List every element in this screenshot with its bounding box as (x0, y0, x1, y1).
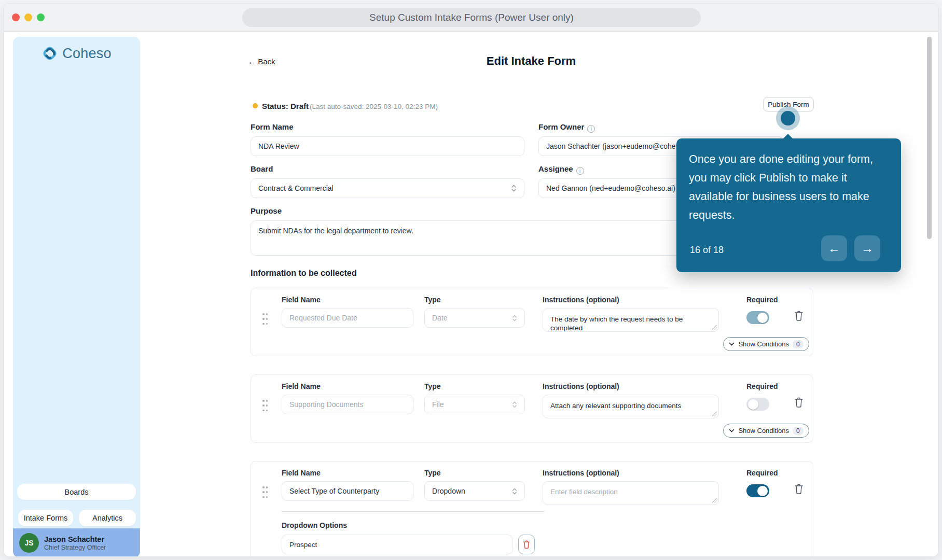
field-instructions-textarea[interactable]: The date by which the request needs to b… (543, 308, 719, 332)
divider (282, 511, 544, 512)
field-type-select[interactable]: Date (424, 308, 525, 328)
purpose-label: Purpose (251, 206, 282, 215)
show-conditions-button[interactable]: Show Conditions 0 (723, 424, 809, 438)
app-window: Setup Custom Intake Forms (Power User on… (3, 3, 939, 557)
tooltip-step-counter: 16 of 18 (690, 245, 724, 256)
field-instructions-textarea[interactable]: Attach any relevant supporting documents (543, 395, 719, 418)
trash-icon (522, 540, 531, 549)
required-column-label: Required (746, 469, 778, 477)
resize-handle-icon[interactable] (712, 498, 717, 503)
conditions-count-badge: 0 (793, 427, 804, 435)
minimize-window-button[interactable] (24, 13, 32, 21)
page-title: Edit Intake Form (427, 54, 635, 68)
instructions-column-label: Instructions (optional) (543, 382, 619, 390)
chevron-updown-icon (512, 401, 517, 409)
vertical-scrollbar[interactable] (927, 37, 932, 239)
instructions-column-label: Instructions (optional) (543, 469, 619, 477)
field-name-column-label: Field Name (282, 382, 321, 390)
tour-beacon-icon[interactable] (781, 111, 795, 125)
sidebar-item-boards[interactable]: Boards (17, 484, 136, 500)
sidebar-item-analytics[interactable]: Analytics (79, 510, 136, 526)
status-draft-dot-icon (253, 103, 258, 108)
field-name-input[interactable]: Supporting Documents (282, 395, 413, 414)
delete-field-icon[interactable] (794, 397, 805, 410)
chevron-updown-icon (512, 487, 517, 495)
form-name-label: Form Name (251, 122, 294, 131)
zoom-window-button[interactable] (37, 13, 45, 21)
required-toggle[interactable] (746, 484, 769, 497)
close-window-button[interactable] (12, 13, 20, 21)
form-name-input[interactable]: NDA Review (251, 136, 524, 156)
required-column-label: Required (746, 296, 778, 304)
user-profile[interactable]: JS Jason Schachter Chief Strategy Office… (13, 528, 140, 557)
screen: Setup Custom Intake Forms (Power User on… (0, 0, 942, 560)
field-name-column-label: Field Name (282, 296, 321, 304)
field-instructions-textarea[interactable]: Enter field description (543, 481, 719, 505)
delete-field-icon[interactable] (794, 310, 805, 324)
type-column-label: Type (424, 382, 441, 390)
required-column-label: Required (746, 382, 778, 390)
sidebar: Coheso Boards Intake Forms Analytics JS … (13, 37, 140, 557)
arrow-left-icon: ← (828, 241, 840, 256)
back-button[interactable]: ← Back (248, 57, 275, 66)
dropdown-option-input[interactable]: Prospect (282, 535, 513, 554)
info-icon[interactable]: i (587, 125, 595, 133)
drag-handle-icon[interactable] (262, 313, 269, 325)
field-card-supporting-documents: Field Name Type Instructions (optional) … (251, 374, 813, 443)
user-name: Jason Schachter (44, 535, 106, 544)
window-titlebar: Setup Custom Intake Forms (Power User on… (4, 4, 938, 32)
delete-field-icon[interactable] (794, 483, 805, 497)
resize-handle-icon[interactable] (712, 325, 717, 330)
tour-next-button[interactable]: → (854, 235, 880, 261)
instructions-column-label: Instructions (optional) (543, 296, 619, 304)
drag-handle-icon[interactable] (262, 400, 269, 411)
type-column-label: Type (424, 296, 441, 304)
board-select[interactable]: Contract & Commercial (251, 178, 524, 198)
coheso-logo-icon (41, 45, 58, 62)
info-icon[interactable]: i (576, 167, 584, 175)
arrow-right-icon: → (861, 241, 874, 256)
field-name-input[interactable]: Select Type of Counterparty (282, 481, 413, 501)
user-info: Jason Schachter Chief Strategy Officer (44, 535, 106, 552)
conditions-count-badge: 0 (793, 340, 804, 348)
field-name-column-label: Field Name (282, 469, 321, 477)
tooltip-arrow-icon (783, 134, 793, 139)
chevron-updown-icon (511, 184, 517, 192)
chevron-down-icon (729, 342, 735, 346)
autosave-timestamp: (Last auto-saved: 2025-03-10, 02:23 PM) (310, 103, 438, 110)
tooltip-text: Once you are done editing your form, you… (689, 150, 889, 225)
required-toggle[interactable] (746, 311, 769, 324)
dropdown-options-label: Dropdown Options (282, 521, 347, 529)
delete-option-button[interactable] (518, 535, 535, 554)
type-column-label: Type (424, 469, 441, 477)
window-title: Setup Custom Intake Forms (Power User on… (242, 8, 701, 27)
field-type-select[interactable]: File (424, 395, 525, 414)
information-section-heading: Information to be collected (251, 269, 356, 278)
tour-previous-button[interactable]: ← (821, 235, 847, 261)
coheso-logo: Coheso (13, 45, 140, 62)
resize-handle-icon[interactable] (712, 412, 717, 416)
assignee-label: Assigneei (538, 164, 584, 175)
field-card-counterparty-type: Field Name Type Instructions (optional) … (251, 461, 813, 557)
status-label: Status: Draft (262, 102, 309, 110)
chevron-updown-icon (512, 314, 517, 322)
tour-tooltip: Once you are done editing your form, you… (676, 138, 901, 272)
user-role: Chief Strategy Officer (44, 544, 106, 552)
coheso-logo-text: Coheso (62, 46, 111, 62)
field-name-input[interactable]: Requested Due Date (282, 308, 413, 328)
avatar: JS (19, 533, 39, 553)
field-type-select[interactable]: Dropdown (424, 481, 525, 501)
drag-handle-icon[interactable] (262, 486, 269, 498)
sidebar-item-intake-forms[interactable]: Intake Forms (18, 510, 73, 526)
board-label: Board (251, 164, 273, 173)
form-owner-label: Form Owneri (538, 122, 595, 133)
required-toggle[interactable] (746, 398, 769, 411)
field-card-requested-due-date: Field Name Type Instructions (optional) … (251, 288, 813, 356)
chevron-down-icon (729, 429, 735, 432)
show-conditions-button[interactable]: Show Conditions 0 (723, 337, 809, 351)
